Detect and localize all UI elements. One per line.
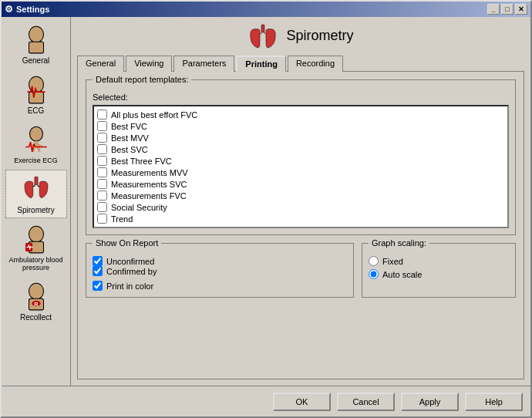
tab-viewing[interactable]: Viewing bbox=[126, 56, 172, 72]
list-item: Measurements MVV bbox=[97, 167, 504, 177]
tab-printing[interactable]: Printing bbox=[236, 56, 286, 72]
ambulatory-icon bbox=[21, 224, 52, 255]
svg-text:R: R bbox=[34, 301, 39, 308]
ok-button[interactable]: OK bbox=[273, 393, 331, 411]
label-meas-svc: Measurements SVC bbox=[111, 180, 187, 189]
label-best-svc: Best SVC bbox=[111, 145, 148, 154]
sidebar: General ECG bbox=[2, 17, 71, 386]
help-button[interactable]: Help bbox=[465, 393, 523, 411]
checkbox-trend[interactable] bbox=[97, 214, 107, 224]
sidebar-label-ecg: ECG bbox=[28, 106, 45, 115]
label-meas-mvv: Measurements MVV bbox=[111, 168, 188, 177]
sidebar-label-ambulatory: Ambulatory blood pressure bbox=[8, 256, 65, 271]
radio-auto-scale[interactable] bbox=[369, 269, 379, 279]
maximize-button[interactable]: □ bbox=[501, 4, 513, 15]
label-best-three: Best Three FVC bbox=[111, 157, 172, 166]
window-body: General ECG bbox=[2, 17, 530, 386]
checkbox-unconfirmed[interactable] bbox=[93, 256, 103, 266]
list-item: Best MVV bbox=[97, 133, 504, 143]
label-best-fvc: Best FVC bbox=[111, 122, 147, 131]
selected-label: Selected: bbox=[93, 93, 509, 102]
list-item: Measurements FVC bbox=[97, 190, 504, 201]
list-item: Best SVC bbox=[97, 144, 504, 154]
checkbox-meas-fvc[interactable] bbox=[97, 190, 107, 201]
label-fixed: Fixed bbox=[382, 257, 403, 266]
print-color-container: Print in color bbox=[93, 281, 347, 291]
bottom-row: Show On Report Unconfirmed Confirmed by … bbox=[86, 243, 516, 298]
sidebar-item-spirometry[interactable]: Spirometry bbox=[5, 170, 67, 218]
sidebar-item-ambulatory[interactable]: Ambulatory blood pressure bbox=[5, 220, 67, 275]
svg-point-10 bbox=[29, 226, 43, 242]
svg-rect-16 bbox=[261, 25, 264, 32]
svg-rect-9 bbox=[34, 177, 37, 185]
sidebar-item-ecg[interactable]: ECG bbox=[5, 70, 67, 119]
tab-recording[interactable]: Recording bbox=[288, 56, 343, 72]
tab-parameters[interactable]: Parameters bbox=[173, 56, 234, 72]
sidebar-label-recollect: Recollect bbox=[20, 313, 52, 322]
list-item: Best FVC bbox=[97, 121, 504, 131]
label-meas-fvc: Measurements FVC bbox=[111, 191, 187, 201]
radio-item-fixed: Fixed bbox=[369, 256, 509, 266]
window-icon: ⚙ bbox=[5, 4, 13, 15]
list-item: Best Three FVC bbox=[97, 156, 504, 166]
list-item: Measurements SVC bbox=[97, 179, 504, 189]
minimize-button[interactable]: _ bbox=[487, 4, 500, 15]
checkbox-meas-mvv[interactable] bbox=[97, 167, 107, 177]
svg-rect-3 bbox=[29, 92, 43, 103]
spirometry-header-icon bbox=[247, 23, 278, 52]
svg-point-13 bbox=[29, 283, 43, 299]
checkbox-best-fvc[interactable] bbox=[97, 121, 107, 131]
checkbox-social[interactable] bbox=[97, 202, 107, 212]
radio-fixed[interactable] bbox=[369, 256, 379, 266]
sidebar-label-spirometry: Spirometry bbox=[17, 206, 54, 214]
cancel-button[interactable]: Cancel bbox=[337, 393, 395, 411]
title-bar: ⚙ Settings _ □ ✕ bbox=[2, 2, 530, 17]
label-trend: Trend bbox=[111, 214, 133, 224]
checkbox-item-unconfirmed: Unconfirmed bbox=[93, 256, 347, 266]
checkbox-best-three[interactable] bbox=[97, 156, 107, 166]
checkbox-meas-svc[interactable] bbox=[97, 179, 107, 189]
window-title: Settings bbox=[16, 5, 49, 14]
page-title: Spirometry bbox=[286, 28, 353, 44]
exercise-ecg-icon bbox=[21, 124, 52, 155]
checkbox-best-mvv[interactable] bbox=[97, 133, 107, 143]
svg-point-0 bbox=[29, 26, 43, 42]
label-social: Social Security bbox=[111, 203, 167, 212]
main-content: Spirometry General Viewing Parameters Pr… bbox=[71, 17, 530, 386]
general-icon bbox=[21, 24, 52, 55]
sidebar-label-general: General bbox=[22, 56, 50, 65]
sidebar-item-recollect[interactable]: R Recollect bbox=[5, 277, 67, 325]
checkbox-best-svc[interactable] bbox=[97, 144, 107, 154]
radio-item-auto: Auto scale bbox=[369, 269, 509, 279]
ecg-icon bbox=[21, 74, 52, 105]
svg-point-4 bbox=[29, 126, 42, 141]
list-item: Social Security bbox=[97, 202, 504, 212]
checkbox-all-plus[interactable] bbox=[97, 110, 107, 120]
checkbox-item-confirmed: Confirmed by bbox=[93, 266, 347, 276]
default-report-group: Default report templates: Selected: All … bbox=[86, 79, 516, 235]
sidebar-label-exercise-ecg: Exercise ECG bbox=[14, 157, 58, 164]
label-all-plus: All plus best effort FVC bbox=[111, 110, 197, 120]
tabs: General Viewing Parameters Printing Reco… bbox=[77, 56, 524, 72]
label-best-mvv: Best MVV bbox=[111, 133, 149, 143]
sidebar-item-general[interactable]: General bbox=[5, 20, 67, 69]
show-on-report-title: Show On Report bbox=[93, 238, 161, 248]
settings-window: ⚙ Settings _ □ ✕ General bbox=[0, 0, 532, 418]
label-unconfirmed: Unconfirmed bbox=[106, 257, 154, 266]
show-on-report-group: Show On Report Unconfirmed Confirmed by … bbox=[86, 243, 354, 298]
footer: OK Cancel Apply Help bbox=[2, 386, 530, 416]
apply-button[interactable]: Apply bbox=[401, 393, 459, 411]
sidebar-item-exercise-ecg[interactable]: Exercise ECG bbox=[5, 120, 67, 168]
template-list: All plus best effort FVC Best FVC Best M… bbox=[93, 105, 509, 228]
tab-general[interactable]: General bbox=[77, 56, 124, 72]
checkbox-confirmed-by[interactable] bbox=[93, 266, 103, 276]
spirometry-icon bbox=[21, 174, 52, 204]
tab-content-printing: Default report templates: Selected: All … bbox=[77, 71, 524, 379]
svg-rect-1 bbox=[29, 42, 43, 53]
checkbox-print-color[interactable] bbox=[93, 281, 103, 291]
recollect-icon: R bbox=[21, 281, 52, 312]
list-item: All plus best effort FVC bbox=[97, 110, 504, 120]
title-bar-buttons: _ □ ✕ bbox=[487, 4, 527, 15]
label-auto-scale: Auto scale bbox=[382, 270, 422, 279]
close-button[interactable]: ✕ bbox=[515, 4, 527, 15]
